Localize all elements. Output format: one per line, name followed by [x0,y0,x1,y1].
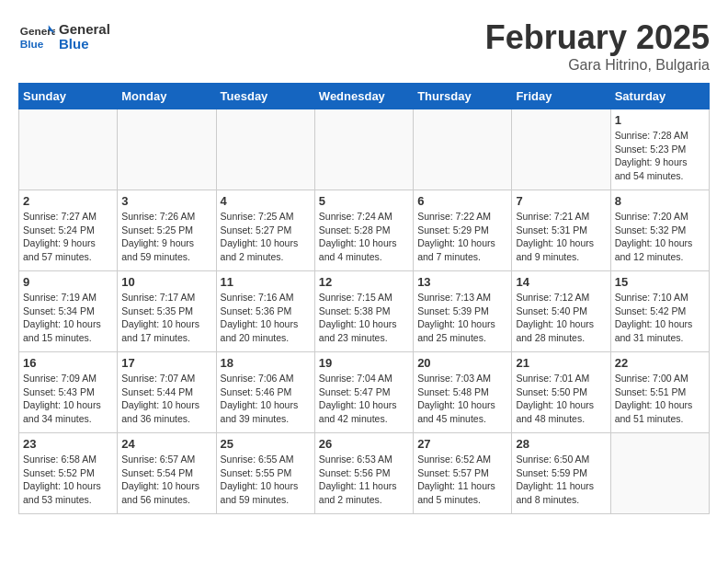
day-number: 12 [319,275,409,289]
week-row-1: 2Sunrise: 7:27 AMSunset: 5:24 PMDaylight… [19,190,710,271]
calendar-cell: 9Sunrise: 7:19 AMSunset: 5:34 PMDaylight… [19,271,118,352]
day-info: Sunrise: 7:13 AMSunset: 5:39 PMDaylight:… [417,291,507,345]
day-info: Sunrise: 7:27 AMSunset: 5:24 PMDaylight:… [23,210,113,264]
week-row-3: 16Sunrise: 7:09 AMSunset: 5:43 PMDayligh… [19,352,710,433]
calendar-cell: 5Sunrise: 7:24 AMSunset: 5:28 PMDaylight… [314,190,413,271]
day-info: Sunrise: 7:22 AMSunset: 5:29 PMDaylight:… [417,210,507,264]
day-info: Sunrise: 7:04 AMSunset: 5:47 PMDaylight:… [319,372,409,426]
day-number: 4 [221,194,311,208]
day-number: 1 [615,113,705,127]
calendar-cell: 15Sunrise: 7:10 AMSunset: 5:42 PMDayligh… [610,271,709,352]
calendar-cell: 2Sunrise: 7:27 AMSunset: 5:24 PMDaylight… [19,190,118,271]
day-number: 25 [221,437,311,451]
logo-blue-text: Blue [59,37,110,52]
day-info: Sunrise: 7:09 AMSunset: 5:43 PMDaylight:… [23,372,113,426]
calendar-cell: 25Sunrise: 6:55 AMSunset: 5:55 PMDayligh… [216,433,314,514]
day-number: 19 [319,356,409,370]
day-info: Sunrise: 7:16 AMSunset: 5:36 PMDaylight:… [221,291,311,345]
day-number: 15 [615,275,705,289]
calendar-cell: 7Sunrise: 7:21 AMSunset: 5:31 PMDaylight… [512,190,610,271]
calendar-header-row: SundayMondayTuesdayWednesdayThursdayFrid… [19,84,710,109]
day-info: Sunrise: 6:53 AMSunset: 5:56 PMDaylight:… [319,453,409,507]
day-info: Sunrise: 7:25 AMSunset: 5:27 PMDaylight:… [221,210,311,264]
calendar-cell: 16Sunrise: 7:09 AMSunset: 5:43 PMDayligh… [19,352,118,433]
calendar-cell: 26Sunrise: 6:53 AMSunset: 5:56 PMDayligh… [314,433,413,514]
calendar-cell [216,109,314,190]
week-row-0: 1Sunrise: 7:28 AMSunset: 5:23 PMDaylight… [19,109,710,190]
day-info: Sunrise: 6:50 AMSunset: 5:59 PMDaylight:… [516,453,606,507]
day-info: Sunrise: 7:01 AMSunset: 5:50 PMDaylight:… [516,372,606,426]
day-number: 24 [121,437,211,451]
calendar-cell: 18Sunrise: 7:06 AMSunset: 5:46 PMDayligh… [216,352,314,433]
day-number: 14 [516,275,606,289]
day-number: 22 [615,356,705,370]
calendar-cell: 8Sunrise: 7:20 AMSunset: 5:32 PMDaylight… [610,190,709,271]
day-info: Sunrise: 7:07 AMSunset: 5:44 PMDaylight:… [121,372,211,426]
day-number: 10 [121,275,211,289]
day-number: 17 [121,356,211,370]
calendar-cell: 14Sunrise: 7:12 AMSunset: 5:40 PMDayligh… [512,271,610,352]
calendar-cell [19,109,118,190]
day-number: 9 [23,275,113,289]
column-header-friday: Friday [512,84,610,109]
calendar-cell: 19Sunrise: 7:04 AMSunset: 5:47 PMDayligh… [314,352,413,433]
calendar-cell: 28Sunrise: 6:50 AMSunset: 5:59 PMDayligh… [512,433,610,514]
day-number: 16 [23,356,113,370]
calendar-table: SundayMondayTuesdayWednesdayThursdayFrid… [18,83,710,514]
day-info: Sunrise: 7:15 AMSunset: 5:38 PMDaylight:… [319,291,409,345]
column-header-monday: Monday [118,84,216,109]
calendar-cell: 27Sunrise: 6:52 AMSunset: 5:57 PMDayligh… [414,433,512,514]
day-info: Sunrise: 7:24 AMSunset: 5:28 PMDaylight:… [319,210,409,264]
day-info: Sunrise: 7:06 AMSunset: 5:46 PMDaylight:… [221,372,311,426]
logo-icon: General Blue [18,18,55,55]
day-info: Sunrise: 7:20 AMSunset: 5:32 PMDaylight:… [615,210,705,264]
calendar-cell: 11Sunrise: 7:16 AMSunset: 5:36 PMDayligh… [216,271,314,352]
day-info: Sunrise: 7:19 AMSunset: 5:34 PMDaylight:… [23,291,113,345]
day-info: Sunrise: 7:28 AMSunset: 5:23 PMDaylight:… [615,129,705,183]
day-info: Sunrise: 6:52 AMSunset: 5:57 PMDaylight:… [417,453,507,507]
calendar-cell: 21Sunrise: 7:01 AMSunset: 5:50 PMDayligh… [512,352,610,433]
day-info: Sunrise: 7:21 AMSunset: 5:31 PMDaylight:… [516,210,606,264]
month-title: February 2025 [485,18,710,57]
calendar-cell: 23Sunrise: 6:58 AMSunset: 5:52 PMDayligh… [19,433,118,514]
day-number: 5 [319,194,409,208]
calendar-cell [512,109,610,190]
day-number: 18 [221,356,311,370]
day-info: Sunrise: 6:58 AMSunset: 5:52 PMDaylight:… [23,453,113,507]
page-header: General Blue General Blue February 2025 … [18,18,710,74]
logo-general-text: General [59,22,110,38]
location-subtitle: Gara Hitrino, Bulgaria [485,57,710,74]
calendar-cell: 1Sunrise: 7:28 AMSunset: 5:23 PMDaylight… [610,109,709,190]
day-number: 27 [417,437,507,451]
week-row-2: 9Sunrise: 7:19 AMSunset: 5:34 PMDaylight… [19,271,710,352]
column-header-sunday: Sunday [19,84,118,109]
calendar-cell: 12Sunrise: 7:15 AMSunset: 5:38 PMDayligh… [314,271,413,352]
day-number: 2 [23,194,113,208]
day-number: 28 [516,437,606,451]
calendar-cell [314,109,413,190]
logo: General Blue General Blue [18,18,110,55]
calendar-cell [414,109,512,190]
calendar-cell: 6Sunrise: 7:22 AMSunset: 5:29 PMDaylight… [414,190,512,271]
week-row-4: 23Sunrise: 6:58 AMSunset: 5:52 PMDayligh… [19,433,710,514]
day-info: Sunrise: 6:57 AMSunset: 5:54 PMDaylight:… [121,453,211,507]
day-info: Sunrise: 7:03 AMSunset: 5:48 PMDaylight:… [417,372,507,426]
column-header-wednesday: Wednesday [314,84,413,109]
day-number: 21 [516,356,606,370]
calendar-cell: 24Sunrise: 6:57 AMSunset: 5:54 PMDayligh… [118,433,216,514]
day-number: 7 [516,194,606,208]
day-number: 20 [417,356,507,370]
day-number: 11 [221,275,311,289]
calendar-cell [610,433,709,514]
calendar-cell: 10Sunrise: 7:17 AMSunset: 5:35 PMDayligh… [118,271,216,352]
day-info: Sunrise: 7:00 AMSunset: 5:51 PMDaylight:… [615,372,705,426]
calendar-cell: 20Sunrise: 7:03 AMSunset: 5:48 PMDayligh… [414,352,512,433]
svg-text:Blue: Blue [20,38,44,51]
title-block: February 2025 Gara Hitrino, Bulgaria [485,18,710,74]
day-number: 6 [417,194,507,208]
column-header-saturday: Saturday [610,84,709,109]
day-number: 23 [23,437,113,451]
day-info: Sunrise: 7:17 AMSunset: 5:35 PMDaylight:… [121,291,211,345]
day-number: 26 [319,437,409,451]
day-number: 13 [417,275,507,289]
